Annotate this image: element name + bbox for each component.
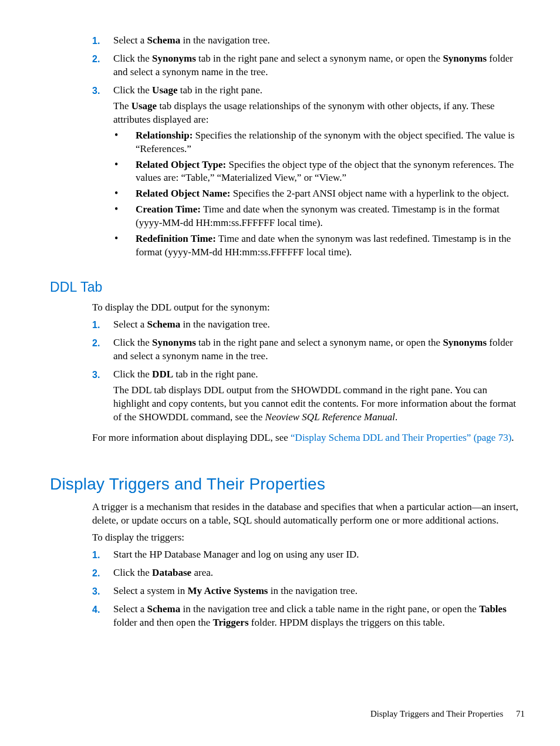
bullet-item: • Redefinition Time: Time and date when … bbox=[113, 232, 525, 259]
list-number: 4. bbox=[92, 603, 113, 632]
list-number: 1. bbox=[92, 318, 113, 334]
list-text: Start the HP Database Manager and log on… bbox=[113, 548, 525, 562]
bullet-icon: • bbox=[113, 158, 136, 185]
list-number: 3. bbox=[92, 368, 113, 427]
list-body: Select a Schema in the navigation tree. bbox=[113, 318, 525, 334]
list-body: Select a system in My Active Systems in … bbox=[113, 585, 525, 600]
list-body: Click the DDL tab in the right pane. The… bbox=[113, 368, 525, 427]
footer-title: Display Triggers and Their Properties bbox=[370, 709, 503, 718]
triggers-intro: A trigger is a mechanism that resides in… bbox=[92, 501, 525, 528]
list-text: Click the Synonyms tab in the right pane… bbox=[113, 52, 525, 79]
triggers-intro2: To display the triggers: bbox=[92, 531, 525, 545]
list-follow-text: The DDL tab displays DDL output from the… bbox=[113, 384, 525, 424]
list-item: 3. Select a system in My Active Systems … bbox=[92, 585, 525, 600]
list-item: 3. Click the DDL tab in the right pane. … bbox=[92, 368, 525, 427]
attributes-bullet-list: • Relationship: Specifies the relationsh… bbox=[113, 129, 525, 259]
bullet-body: Creation Time: Time and date when the sy… bbox=[136, 203, 525, 230]
list-body: Select a Schema in the navigation tree a… bbox=[113, 603, 525, 632]
list-text: Select a system in My Active Systems in … bbox=[113, 585, 525, 598]
list-text: Click the Database area. bbox=[113, 566, 525, 580]
list-item: 2. Click the Synonyms tab in the right p… bbox=[92, 52, 525, 82]
list-body: Select a Schema in the navigation tree. bbox=[113, 34, 525, 50]
ddl-tab-heading: DDL Tab bbox=[50, 278, 525, 296]
ddl-closing-text: For more information about displaying DD… bbox=[92, 431, 525, 445]
list-item: 2. Click the Database area. bbox=[92, 566, 525, 582]
bullet-icon: • bbox=[113, 203, 136, 230]
list-item: 2. Click the Synonyms tab in the right p… bbox=[92, 336, 525, 366]
bullet-item: • Related Object Type: Specifies the obj… bbox=[113, 158, 525, 185]
bullet-item: • Relationship: Specifies the relationsh… bbox=[113, 129, 525, 156]
display-schema-ddl-link[interactable]: “Display Schema DDL and Their Properties… bbox=[291, 432, 511, 443]
list-body: Start the HP Database Manager and log on… bbox=[113, 548, 525, 564]
list-number: 2. bbox=[92, 566, 113, 582]
display-triggers-heading: Display Triggers and Their Properties bbox=[50, 473, 525, 495]
list-item: 1. Select a Schema in the navigation tre… bbox=[92, 318, 525, 334]
bullet-item: • Related Object Name: Specifies the 2-p… bbox=[113, 187, 525, 201]
list-number: 1. bbox=[92, 548, 113, 564]
ddl-body: To display the DDL output for the synony… bbox=[92, 301, 525, 315]
ddl-intro: To display the DDL output for the synony… bbox=[92, 301, 525, 315]
bullet-body: Redefinition Time: Time and date when th… bbox=[136, 232, 525, 259]
usage-steps-list: 1. Select a Schema in the navigation tre… bbox=[92, 34, 525, 262]
bullet-item: • Creation Time: Time and date when the … bbox=[113, 203, 525, 230]
list-body: Click the Usage tab in the right pane. T… bbox=[113, 84, 525, 262]
list-body: Click the Synonyms tab in the right pane… bbox=[113, 52, 525, 82]
triggers-body: A trigger is a mechanism that resides in… bbox=[92, 501, 525, 545]
list-text: Select a Schema in the navigation tree a… bbox=[113, 603, 525, 630]
list-item: 4. Select a Schema in the navigation tre… bbox=[92, 603, 525, 632]
list-number: 1. bbox=[92, 34, 113, 50]
document-page: 1. Select a Schema in the navigation tre… bbox=[0, 0, 560, 746]
list-text: Click the Synonyms tab in the right pane… bbox=[113, 336, 525, 363]
list-body: Click the Database area. bbox=[113, 566, 525, 582]
page-number: 71 bbox=[516, 709, 525, 718]
ddl-steps-list: 1. Select a Schema in the navigation tre… bbox=[92, 318, 525, 427]
list-number: 2. bbox=[92, 52, 113, 82]
list-text: Select a Schema in the navigation tree. bbox=[113, 34, 525, 48]
bullet-body: Related Object Type: Specifies the objec… bbox=[136, 158, 525, 185]
page-footer: Display Triggers and Their Properties 71 bbox=[370, 708, 525, 720]
list-item: 3. Click the Usage tab in the right pane… bbox=[92, 84, 525, 262]
bullet-icon: • bbox=[113, 232, 136, 259]
bullet-body: Related Object Name: Specifies the 2-par… bbox=[136, 187, 525, 201]
list-text: Click the Usage tab in the right pane. bbox=[113, 84, 525, 97]
triggers-steps-list: 1. Start the HP Database Manager and log… bbox=[92, 548, 525, 632]
list-text: Select a Schema in the navigation tree. bbox=[113, 318, 525, 332]
list-item: 1. Select a Schema in the navigation tre… bbox=[92, 34, 525, 50]
bullet-icon: • bbox=[113, 187, 136, 201]
list-number: 3. bbox=[92, 585, 113, 600]
list-number: 2. bbox=[92, 336, 113, 366]
bullet-body: Relationship: Specifies the relationship… bbox=[136, 129, 525, 156]
bullet-icon: • bbox=[113, 129, 136, 156]
list-follow-text: The Usage tab displays the usage relatio… bbox=[113, 100, 525, 127]
ddl-closing: For more information about displaying DD… bbox=[92, 431, 525, 445]
list-number: 3. bbox=[92, 84, 113, 262]
list-body: Click the Synonyms tab in the right pane… bbox=[113, 336, 525, 366]
list-text: Click the DDL tab in the right pane. bbox=[113, 368, 525, 382]
list-item: 1. Start the HP Database Manager and log… bbox=[92, 548, 525, 564]
